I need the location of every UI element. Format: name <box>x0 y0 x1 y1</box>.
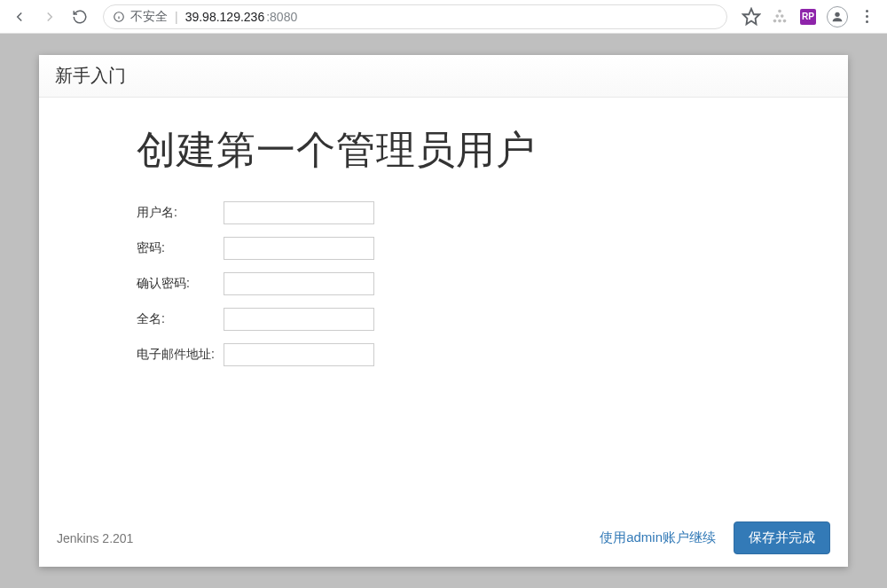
bookmark-star-icon[interactable] <box>742 7 761 27</box>
svg-point-7 <box>775 14 779 18</box>
security-label: 不安全 <box>130 9 168 25</box>
confirm-password-label: 确认密码: <box>137 276 224 292</box>
page-title: 创建第一个管理员用户 <box>137 124 750 176</box>
svg-point-4 <box>773 19 777 22</box>
forward-button[interactable] <box>37 4 62 29</box>
email-label: 电子邮件地址: <box>137 347 224 363</box>
setup-wizard-card: 新手入门 创建第一个管理员用户 用户名: 密码: 确认密码: 全名: 电子邮 <box>39 55 848 567</box>
address-bar[interactable]: 不安全 | 39.98.129.236 :8080 <box>103 4 727 29</box>
reload-button[interactable] <box>67 4 92 29</box>
menu-kebab-icon[interactable] <box>857 7 876 27</box>
separator: | <box>175 10 178 24</box>
back-button[interactable] <box>7 4 32 29</box>
version-label: Jenkins 2.201 <box>57 531 133 545</box>
page-viewport: 新手入门 创建第一个管理员用户 用户名: 密码: 确认密码: 全名: 电子邮 <box>0 34 887 588</box>
browser-toolbar: 不安全 | 39.98.129.236 :8080 RP <box>0 0 887 34</box>
wizard-breadcrumb: 新手入门 <box>39 55 848 98</box>
svg-point-9 <box>778 9 781 12</box>
username-input[interactable] <box>224 201 374 224</box>
svg-marker-3 <box>743 8 759 23</box>
email-input[interactable] <box>224 343 374 366</box>
svg-point-10 <box>835 12 839 16</box>
site-info-icon[interactable] <box>113 11 125 23</box>
continue-as-admin-link[interactable]: 使用admin账户继续 <box>600 529 716 546</box>
svg-point-8 <box>781 14 784 18</box>
confirm-password-input[interactable] <box>224 272 374 295</box>
password-input[interactable] <box>224 237 374 260</box>
username-label: 用户名: <box>137 205 224 221</box>
profile-avatar-icon[interactable] <box>827 6 848 27</box>
axure-extension-icon[interactable]: RP <box>798 7 818 27</box>
fullname-label: 全名: <box>137 311 224 327</box>
extension-icon[interactable] <box>770 7 789 27</box>
svg-point-5 <box>778 19 781 22</box>
svg-point-6 <box>783 19 787 22</box>
fullname-input[interactable] <box>224 308 374 331</box>
password-label: 密码: <box>137 240 224 256</box>
url-host: 39.98.129.236 <box>185 10 265 24</box>
save-and-finish-button[interactable]: 保存并完成 <box>734 521 830 554</box>
admin-user-form: 用户名: 密码: 确认密码: 全名: 电子邮件地址: <box>39 176 848 379</box>
url-port: :8080 <box>266 10 297 24</box>
